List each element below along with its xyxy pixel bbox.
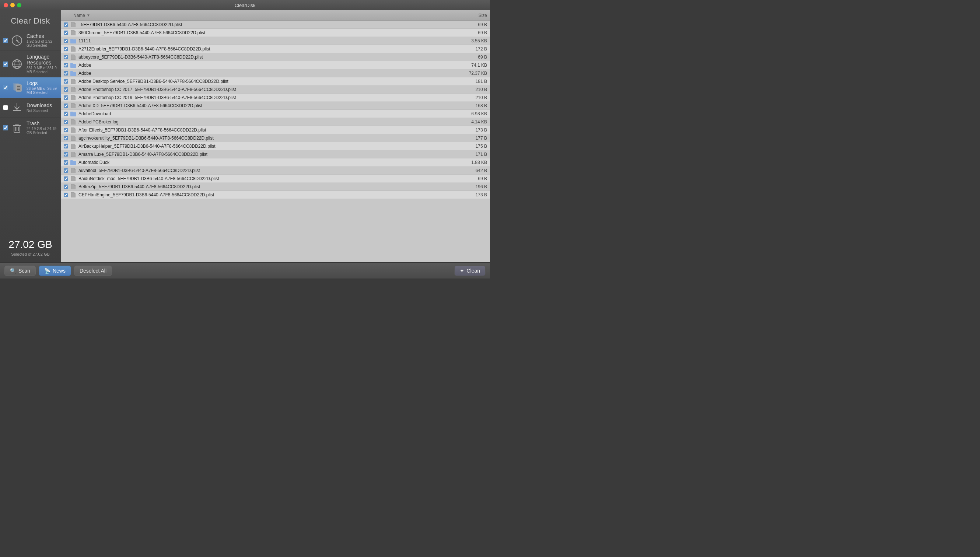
table-row[interactable]: BaiduNetdisk_mac_5EF79DB1-D3B6-5440-A7F8…: [61, 174, 490, 183]
table-row[interactable]: auvaltool_5EF79DB1-D3B6-5440-A7F8-5664CC…: [61, 166, 490, 174]
table-row[interactable]: Adobe Photoshop CC 2019_5EF79DB1-D3B6-54…: [61, 94, 490, 102]
file-checkbox[interactable]: [64, 47, 68, 51]
sidebar-checkbox-language-resources[interactable]: [3, 62, 8, 67]
file-size: 168 B: [457, 103, 487, 108]
close-button[interactable]: [4, 3, 8, 7]
file-size: 6.98 KB: [457, 111, 487, 116]
sidebar-item-downloads[interactable]: DownloadsNot Scanned: [0, 98, 61, 117]
clean-button[interactable]: ✦ Clean: [454, 265, 485, 276]
file-name: Adobe Photoshop CC 2017_5EF79DB1-D3B6-54…: [78, 87, 457, 92]
file-checkbox[interactable]: [64, 136, 68, 140]
table-row[interactable]: AdobeDownload6.98 KB: [61, 110, 490, 118]
file-size: 642 B: [457, 168, 487, 173]
scan-label: Scan: [18, 268, 30, 274]
file-checkbox[interactable]: [64, 128, 68, 132]
file-checkbox[interactable]: [64, 39, 68, 43]
file-size: 4.14 KB: [457, 119, 487, 124]
sidebar-text-trash: Trash24.19 GB of 24.19 GB Selected: [26, 121, 58, 135]
table-row[interactable]: 360Chrome_5EF79DB1-D3B6-5440-A7F8-5664CC…: [61, 29, 490, 37]
table-row[interactable]: Automatic Duck1.88 KB: [61, 158, 490, 166]
sidebar-item-caches[interactable]: Caches1.92 GB of 1.92 GB Selected: [0, 30, 61, 51]
table-row[interactable]: BetterZip_5EF79DB1-D3B6-5440-A7F8-5664CC…: [61, 183, 490, 191]
sidebar-checkbox-logs[interactable]: [3, 85, 8, 90]
file-list[interactable]: _5EF79DB1-D3B6-5440-A7F8-5664CC8DD22D.pl…: [61, 21, 490, 262]
file-checkbox[interactable]: [64, 193, 68, 197]
table-row[interactable]: A2712Enabler_5EF79DB1-D3B6-5440-A7F8-566…: [61, 45, 490, 53]
file-name: Adobe XD_5EF79DB1-D3B6-5440-A7F8-5664CC8…: [78, 103, 457, 108]
file-size: 69 B: [457, 176, 487, 181]
sidebar-item-language-resources[interactable]: Language Resources881.9 MB of 881.9 MB S…: [0, 51, 61, 77]
sidebar-item-name-language-resources: Language Resources: [26, 54, 58, 65]
file-checkbox[interactable]: [64, 176, 68, 181]
scan-button[interactable]: 🔍 Scan: [5, 265, 36, 276]
file-size: 1.88 KB: [457, 160, 487, 165]
file-checkbox[interactable]: [64, 144, 68, 148]
column-size-header: Size: [457, 13, 487, 18]
sidebar-app-name: Clear Disk: [4, 16, 57, 26]
table-row[interactable]: agcinvokerutility_5EF79DB1-D3B6-5440-A7F…: [61, 134, 490, 142]
file-checkbox[interactable]: [64, 63, 68, 67]
maximize-button[interactable]: [17, 3, 21, 7]
file-checkbox[interactable]: [64, 112, 68, 116]
sidebar-icon-logs: [10, 81, 24, 94]
file-checkbox[interactable]: [64, 79, 68, 84]
sidebar-item-trash[interactable]: Trash24.19 GB of 24.19 GB Selected: [0, 117, 61, 138]
deselect-all-button[interactable]: Deselect All: [74, 265, 112, 276]
file-size: 69 B: [457, 30, 487, 35]
file-checkbox[interactable]: [64, 152, 68, 156]
file-checkbox[interactable]: [64, 160, 68, 164]
sidebar-footer: 27.02 GB Selected of 27.02 GB: [0, 233, 61, 262]
sidebar-item-sub-trash: 24.19 GB of 24.19 GB Selected: [26, 127, 58, 135]
file-name: A2712Enabler_5EF79DB1-D3B6-5440-A7F8-566…: [78, 46, 457, 52]
file-checkbox[interactable]: [64, 184, 68, 189]
file-name: After Effects_5EF79DB1-D3B6-5440-A7F8-56…: [78, 127, 457, 133]
news-button[interactable]: 📡 News: [39, 265, 71, 276]
column-name-header: Name ▼: [73, 13, 457, 18]
table-row[interactable]: AirBackupHelper_5EF79DB1-D3B6-5440-A7F8-…: [61, 142, 490, 150]
folder-icon: [70, 111, 76, 117]
file-size: 173 B: [457, 127, 487, 133]
table-row[interactable]: abbeycore_5EF79DB1-D3B6-5440-A7F8-5664CC…: [61, 53, 490, 61]
table-row[interactable]: Adobe72.37 KB: [61, 69, 490, 77]
file-checkbox[interactable]: [64, 95, 68, 100]
table-row[interactable]: Adobe Desktop Service_5EF79DB1-D3B6-5440…: [61, 77, 490, 85]
file-checkbox[interactable]: [64, 71, 68, 75]
table-row[interactable]: AdobeIPCBroker.log4.14 KB: [61, 118, 490, 126]
minimize-button[interactable]: [10, 3, 15, 7]
sidebar-item-logs[interactable]: Logs26.59 MB of 26.59 MB Selected: [0, 77, 61, 98]
sidebar-checkbox-downloads[interactable]: [3, 105, 8, 110]
table-row[interactable]: Amarra Luxe_5EF79DB1-D3B6-5440-A7F8-5664…: [61, 150, 490, 158]
table-row[interactable]: CEPHtmlEngine_5EF79DB1-D3B6-5440-A7F8-56…: [61, 191, 490, 199]
file-name: Adobe: [78, 71, 457, 76]
news-label: News: [53, 268, 65, 274]
file-icon: [70, 168, 76, 174]
table-row[interactable]: 111113.55 KB: [61, 37, 490, 45]
file-checkbox[interactable]: [64, 23, 68, 27]
folder-icon: [70, 160, 76, 165]
file-checkbox[interactable]: [64, 87, 68, 92]
file-checkbox[interactable]: [64, 168, 68, 173]
table-row[interactable]: Adobe XD_5EF79DB1-D3B6-5440-A7F8-5664CC8…: [61, 102, 490, 110]
file-name: Adobe Photoshop CC 2019_5EF79DB1-D3B6-54…: [78, 95, 457, 100]
table-row[interactable]: After Effects_5EF79DB1-D3B6-5440-A7F8-56…: [61, 126, 490, 134]
file-name: CEPHtmlEngine_5EF79DB1-D3B6-5440-A7F8-56…: [78, 192, 457, 197]
table-row[interactable]: _5EF79DB1-D3B6-5440-A7F8-5664CC8DD22D.pl…: [61, 21, 490, 29]
sidebar-checkbox-trash[interactable]: [3, 125, 8, 130]
sidebar-item-name-downloads: Downloads: [26, 103, 58, 108]
sidebar-checkbox-caches[interactable]: [3, 38, 8, 43]
svg-point-1: [16, 40, 18, 41]
file-icon: [70, 46, 76, 52]
file-checkbox[interactable]: [64, 104, 68, 108]
file-checkbox[interactable]: [64, 55, 68, 59]
table-row[interactable]: Adobe Photoshop CC 2017_5EF79DB1-D3B6-54…: [61, 85, 490, 94]
file-checkbox[interactable]: [64, 120, 68, 124]
file-icon: [70, 119, 76, 125]
traffic-lights[interactable]: [4, 3, 21, 7]
file-name: 360Chrome_5EF79DB1-D3B6-5440-A7F8-5664CC…: [78, 30, 457, 35]
file-name: _5EF79DB1-D3B6-5440-A7F8-5664CC8DD22D.pl…: [78, 22, 457, 27]
file-name: Adobe: [78, 63, 457, 68]
file-checkbox[interactable]: [64, 31, 68, 35]
sidebar-header: Clear Disk: [0, 10, 61, 30]
table-row[interactable]: Adobe74.1 KB: [61, 61, 490, 69]
file-size: 74.1 KB: [457, 63, 487, 68]
